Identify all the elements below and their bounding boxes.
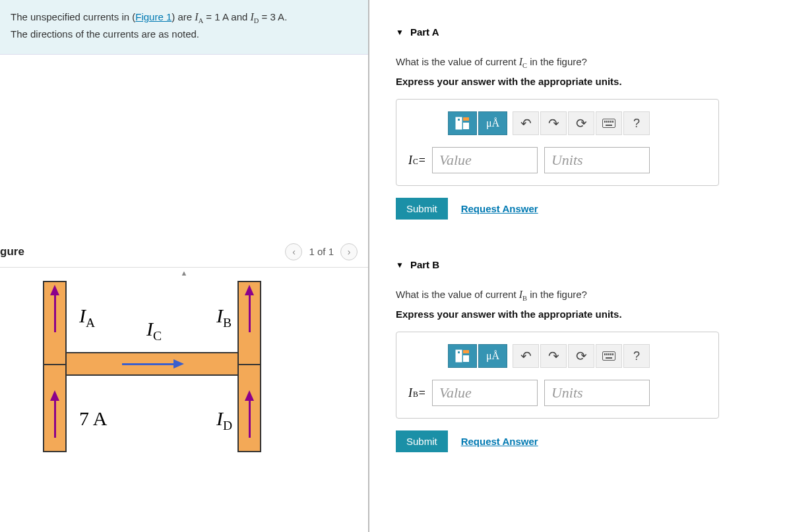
keyboard-icon — [602, 351, 615, 361]
prompt-prefix: The unspecified currents in ( — [11, 11, 135, 22]
svg-rect-3 — [458, 119, 460, 121]
spacer — [0, 55, 368, 239]
caret-down-icon: ▼ — [396, 28, 404, 37]
main-layout: The unspecified currents in (Figure 1) a… — [0, 0, 785, 532]
label-ic: IC — [146, 318, 162, 343]
part-a-instruction: Express your answer with the appropriate… — [396, 76, 785, 87]
var-id: ID — [251, 11, 259, 22]
figure-frame: ▲ — [0, 267, 368, 532]
figure-nav: ‹ 1 of 1 › — [285, 243, 358, 260]
part-a-header[interactable]: ▼ Part A — [396, 26, 785, 38]
part-a-section: ▼ Part A What is the value of current IC… — [396, 26, 785, 220]
figure-next-button[interactable]: › — [340, 243, 358, 260]
q-prefix: What is the value of current — [396, 56, 519, 67]
part-a-question: What is the value of current IC in the f… — [396, 56, 785, 69]
part-b-section: ▼ Part B What is the value of current IB… — [396, 259, 785, 452]
redo-button[interactable]: ↷ — [540, 111, 567, 135]
prompt-line-2: The directions of the currents are as no… — [11, 26, 358, 42]
figure-nav-text: 1 of 1 — [309, 246, 334, 257]
arrow-7a-head — [50, 390, 59, 401]
svg-rect-2 — [463, 123, 469, 129]
redo-button[interactable]: ↷ — [540, 344, 567, 368]
part-b-submit-button[interactable]: Submit — [396, 430, 448, 452]
part-a-submit-button[interactable]: Submit — [396, 198, 448, 220]
ia-eq: = 1 A — [203, 11, 228, 22]
figure-canvas: IA IB IC ID 7 A — [33, 281, 277, 459]
arrow-ic-head — [173, 359, 184, 369]
scroll-up-icon[interactable]: ▲ — [181, 269, 188, 277]
q-var: IC — [519, 56, 527, 67]
undo-button[interactable]: ↶ — [513, 344, 539, 368]
svg-rect-7 — [458, 351, 460, 353]
q-prefix: What is the value of current — [396, 289, 519, 300]
figure-title: gure — [0, 245, 24, 258]
figure-prev-button[interactable]: ‹ — [285, 243, 302, 260]
part-b-request-answer-link[interactable]: Request Answer — [461, 436, 538, 447]
label-ia: IA — [79, 305, 95, 330]
prompt-line-1: The unspecified currents in (Figure 1) a… — [11, 9, 358, 26]
svg-rect-5 — [463, 350, 469, 353]
label-7a: 7 A — [79, 407, 108, 430]
part-a-actions: Submit Request Answer — [396, 198, 785, 220]
part-a-title: Part A — [410, 26, 439, 38]
units-button[interactable]: μÅ — [478, 344, 507, 368]
reset-button[interactable]: ⟳ — [568, 344, 594, 368]
part-b-var-label: IB = — [408, 386, 425, 400]
right-panel: ▼ Part A What is the value of current IC… — [369, 0, 785, 532]
label-ib: IB — [216, 305, 232, 330]
figure-header: gure ‹ 1 of 1 › — [0, 239, 368, 267]
arrow-ic-stem — [122, 363, 175, 365]
part-a-answer-box: μÅ ↶ ↷ ⟳ ? IC = — [396, 99, 719, 186]
part-a-units-input[interactable] — [544, 147, 650, 173]
and-text: and — [228, 11, 250, 22]
part-b-title: Part B — [410, 259, 439, 270]
q-suffix: in the figure? — [527, 56, 587, 67]
help-button[interactable]: ? — [623, 344, 650, 368]
part-a-toolbar: μÅ ↶ ↷ ⟳ ? — [448, 111, 706, 135]
svg-rect-1 — [463, 117, 469, 121]
part-b-instruction: Express your answer with the appropriate… — [396, 309, 785, 320]
arrow-id-stem — [249, 399, 251, 438]
part-b-value-input[interactable] — [432, 380, 538, 406]
id-eq: = 3 A. — [259, 11, 287, 22]
part-a-input-row: IC = — [408, 147, 706, 173]
arrow-ib-head — [245, 285, 254, 295]
part-b-units-input[interactable] — [544, 380, 650, 406]
part-b-input-row: IB = — [408, 380, 706, 406]
help-button[interactable]: ? — [623, 111, 650, 135]
template-icon — [455, 117, 470, 130]
left-panel: The unspecified currents in (Figure 1) a… — [0, 0, 369, 532]
caret-down-icon: ▼ — [396, 260, 404, 270]
template-icon — [455, 349, 470, 363]
figure-link[interactable]: Figure 1 — [135, 11, 172, 22]
part-b-question: What is the value of current IB in the f… — [396, 289, 785, 302]
part-b-actions: Submit Request Answer — [396, 430, 785, 452]
templates-button[interactable] — [448, 344, 477, 368]
var-ia: IA — [195, 11, 203, 22]
reset-button[interactable]: ⟳ — [568, 111, 594, 135]
part-a-request-answer-link[interactable]: Request Answer — [461, 203, 538, 214]
keyboard-button[interactable] — [596, 111, 622, 135]
q-suffix: in the figure? — [527, 289, 587, 300]
svg-rect-6 — [463, 355, 469, 362]
units-button[interactable]: μÅ — [478, 111, 507, 135]
arrow-id-head — [245, 390, 254, 401]
part-a-var-label: IC = — [408, 154, 425, 167]
part-a-value-input[interactable] — [432, 147, 538, 173]
undo-button[interactable]: ↶ — [513, 111, 539, 135]
q-var: IB — [519, 289, 527, 300]
label-id: ID — [216, 407, 232, 433]
part-b-toolbar: μÅ ↶ ↷ ⟳ ? — [448, 344, 706, 368]
arrow-ib-stem — [249, 294, 251, 332]
arrow-ia-head — [50, 285, 59, 295]
part-b-header[interactable]: ▼ Part B — [396, 259, 785, 270]
part-b-answer-box: μÅ ↶ ↷ ⟳ ? IB = — [396, 332, 719, 419]
prompt-mid: ) are — [172, 11, 195, 22]
arrow-ia-stem — [54, 294, 56, 332]
keyboard-icon — [602, 119, 615, 128]
keyboard-button[interactable] — [596, 344, 622, 368]
templates-button[interactable] — [448, 111, 477, 135]
arrow-7a-stem — [54, 399, 56, 438]
problem-statement: The unspecified currents in (Figure 1) a… — [0, 0, 368, 55]
